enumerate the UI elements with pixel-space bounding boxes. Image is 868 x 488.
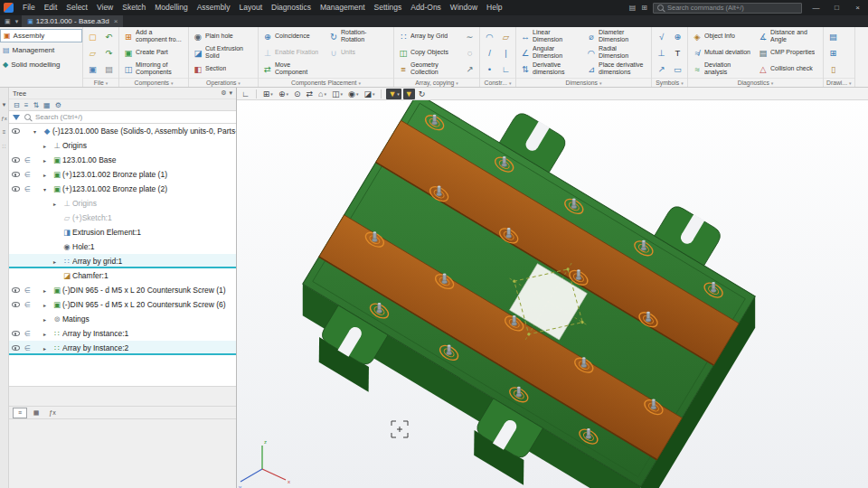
arc-icon[interactable]: ◠	[482, 28, 497, 44]
coincidence-button[interactable]: ⊕Coincidence	[260, 28, 326, 44]
derivative-dimensions-button[interactable]: ⇅Derivative dimensions	[518, 61, 583, 77]
point-icon[interactable]: •	[482, 61, 497, 77]
tree-item[interactable]: ▸⊚Matings	[9, 312, 236, 326]
mode-tab-management[interactable]: ▤Management	[0, 43, 82, 57]
datum-icon[interactable]: ⊥	[654, 44, 669, 61]
display-mode-icon[interactable]: ◫▾	[330, 89, 344, 99]
model-assembly[interactable]	[272, 100, 788, 488]
tree-item[interactable]: ∈▸∷Array by Instance:1	[9, 326, 236, 341]
menu-assembly[interactable]: Assembly	[193, 0, 235, 15]
visibility-eye-icon[interactable]	[9, 331, 22, 336]
hide-objects-icon[interactable]: ◉▾	[346, 89, 360, 99]
tree-search[interactable]	[9, 110, 236, 124]
filter-funnel-icon[interactable]	[13, 115, 20, 120]
add-component-button[interactable]: ⊞Add a component fro...	[121, 28, 186, 44]
dock-parameters-icon[interactable]: ƒx	[1, 116, 6, 121]
menu-view[interactable]: View	[92, 0, 118, 15]
copy-by-circle-icon[interactable]: ◌	[462, 44, 477, 61]
ribbon-group-label-symbols[interactable]: Symbols▾	[652, 78, 687, 87]
menu-management[interactable]: Management	[316, 0, 370, 15]
coordinate-system-icon[interactable]: ∟	[498, 61, 514, 77]
panel-options-icon[interactable]: ⚙	[221, 89, 226, 97]
clip-objects-icon[interactable]: ◪▾	[362, 89, 376, 99]
menu-sketch[interactable]: Sketch	[118, 0, 150, 15]
expand-arrow-icon[interactable]: ▸	[53, 201, 61, 207]
redo-icon[interactable]: ↷	[101, 44, 117, 61]
tree-item[interactable]: ∈▸∷Array by Instance:2	[9, 341, 236, 355]
rebuild-icon[interactable]: ↻	[417, 89, 428, 99]
tree-item[interactable]: ▱(+)Sketch:1	[9, 211, 236, 225]
dock-filter-icon[interactable]: ▼	[2, 102, 7, 108]
expand-arrow-icon[interactable]: ▸	[43, 345, 52, 352]
tree-view-icon[interactable]: ≡	[24, 101, 29, 109]
tab-tree[interactable]: ≡	[13, 408, 27, 418]
mutual-deviation-button[interactable]: ≉Mutual deviation	[690, 44, 755, 61]
drawing-icon[interactable]: ▤	[826, 28, 841, 44]
tree-item[interactable]: ∈▸▣123.01.00 Base	[9, 153, 236, 167]
array-by-curve-icon[interactable]: ∼	[462, 28, 477, 44]
mirror-components-button[interactable]: ◫Mirroring of Components	[121, 61, 186, 77]
zoom-icon[interactable]: ⊕▾	[277, 89, 290, 99]
tree-sort-icon[interactable]: ⇅	[33, 101, 39, 109]
quick-save-icon[interactable]: ▣	[3, 18, 13, 25]
section-button[interactable]: ◧Section	[191, 61, 256, 77]
angular-dimension-button[interactable]: ∠Angular Dimension	[518, 44, 583, 61]
tab-list-dropdown-icon[interactable]: ▾	[14, 18, 21, 25]
face-filter-icon[interactable]: ▼	[403, 89, 415, 99]
dock-list-icon[interactable]: ≡	[3, 129, 6, 135]
array-by-grid-button[interactable]: ∷Array by Grid	[396, 28, 461, 44]
expand-arrow-icon[interactable]: ▸	[43, 287, 52, 294]
menu-edit[interactable]: Edit	[40, 0, 62, 15]
expand-arrow-icon[interactable]: ▾	[43, 186, 52, 192]
place-derivative-dimensions-button[interactable]: ⊿Place derivative dimensions	[584, 61, 649, 77]
undo-icon[interactable]: ↶	[101, 28, 117, 44]
command-search[interactable]	[653, 3, 802, 14]
visibility-eye-icon[interactable]	[9, 186, 22, 192]
viewport[interactable]: ∟⊞▾⊕▾⊙⇄⌂▾◫▾◉▾◪▾▼▾▼↻	[237, 88, 868, 488]
tree-collapse-all-icon[interactable]: ⊟	[14, 101, 20, 109]
menu-settings[interactable]: Settings	[370, 0, 407, 15]
minimize-button[interactable]: —	[806, 0, 826, 15]
plane-icon[interactable]: ▱	[498, 28, 514, 44]
panel-pin-icon[interactable]: ▾	[229, 89, 232, 97]
visibility-eye-icon[interactable]	[9, 128, 22, 134]
save-icon[interactable]: ▣	[85, 61, 100, 77]
tree-groups-icon[interactable]: ▦	[43, 101, 51, 109]
roughness-icon[interactable]: √	[654, 28, 669, 44]
windows-icon[interactable]: ⊞	[639, 4, 649, 12]
cut-extrusion-button[interactable]: ◪Cut Extrusion Solid	[191, 44, 256, 61]
ribbon-group-label-components[interactable]: Components▾	[119, 78, 188, 87]
tolerance-icon[interactable]: ⊕	[670, 28, 685, 44]
create-part-button[interactable]: ▣Create Part	[121, 44, 186, 61]
ribbon-group-label-file[interactable]: File▾	[83, 78, 118, 87]
orientation-icon[interactable]: ⌂▾	[316, 89, 328, 99]
object-info-button[interactable]: ◈Object Info	[690, 28, 755, 44]
expand-arrow-icon[interactable]: ▸	[43, 172, 52, 178]
move-component-button[interactable]: ⇄Move Component	[260, 61, 326, 77]
tree-item[interactable]: ◨Extrusion Element:1	[9, 225, 236, 239]
mode-tab-assembly[interactable]: ▣Assembly	[0, 29, 82, 42]
ribbon-group-label-diagnostics[interactable]: Diagnostics▾	[688, 78, 823, 87]
axis-icon[interactable]: |	[498, 44, 514, 61]
tree-item[interactable]: ◪Chamfer:1	[9, 268, 236, 283]
ribbon-group-label-components-placement[interactable]: Components Placement▾	[259, 78, 393, 87]
text-icon[interactable]: T	[670, 44, 685, 61]
tree-item[interactable]: ∈▸▣(-)DIN 965 - d M5 x L 20 Countersunk …	[9, 283, 236, 297]
new-document-icon[interactable]: ▢	[85, 28, 100, 44]
ribbon-group-label-constr[interactable]: Constr...▾	[480, 78, 515, 87]
mode-tab-solid-modelling[interactable]: ◆Solid modelling	[0, 58, 82, 71]
pan-icon[interactable]: ⇄	[304, 89, 315, 99]
ribbon-group-label-drawi[interactable]: Drawi...▾	[824, 78, 854, 87]
visibility-eye-icon[interactable]	[9, 302, 22, 307]
diameter-dimension-button[interactable]: ⌀Diameter Dimension	[584, 28, 649, 44]
close-button[interactable]: ×	[847, 0, 868, 15]
menu-add-ons[interactable]: Add-Ons	[406, 0, 446, 15]
expand-arrow-icon[interactable]: ▸	[43, 157, 52, 164]
deviation-analysis-button[interactable]: ≈Deviation analysis	[690, 61, 755, 77]
cmp-properties-button[interactable]: ▤CMP Properties	[756, 44, 821, 61]
object-filter-icon[interactable]: ▼▾	[386, 89, 401, 99]
tree-item[interactable]: ▸∷Array by grid:1	[9, 254, 236, 268]
tree-item[interactable]: ∈▸▣(+)123.01.002 Bronze plate (1)	[9, 167, 236, 182]
ribbon-group-label-dimensions[interactable]: Dimensions▾	[516, 78, 651, 87]
ribbon-group-label-array-copying[interactable]: Array, copying▾	[394, 78, 479, 87]
